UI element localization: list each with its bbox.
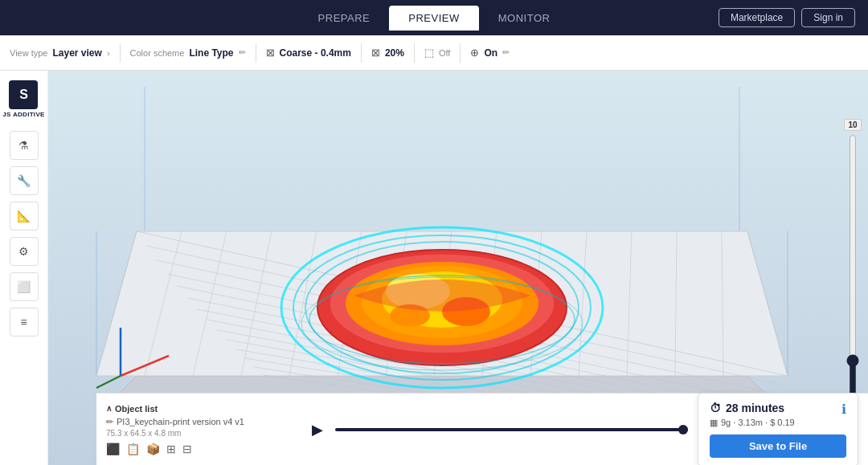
info-details: ▦ 9g · 3.13m · $ 0.19 (710, 418, 795, 428)
top-nav: PREPARE PREVIEW MONITOR Marketplace Sign… (0, 0, 868, 35)
chevron-down-icon: ∧ (106, 404, 112, 413)
svg-marker-6 (96, 231, 788, 376)
svg-line-35 (747, 231, 788, 376)
tab-prepare[interactable]: PREPARE (299, 6, 390, 31)
object-icons: ⬛ 📋 📦 ⊞ ⊟ (106, 443, 297, 455)
obj-icon-cube[interactable]: ⬛ (106, 443, 120, 455)
svg-line-10 (167, 274, 778, 405)
svg-point-45 (442, 297, 490, 326)
fill-percent[interactable]: 20% (385, 47, 404, 59)
progress-thumb (678, 425, 688, 434)
svg-line-31 (579, 231, 587, 376)
fill-icon: ⊠ (371, 47, 380, 59)
object-name: ✏ PI3_keychain-print version v4 v1 (106, 417, 297, 427)
quality-icon: ⊠ (266, 47, 275, 59)
divider-5 (460, 43, 461, 63)
sidebar-tool-4[interactable]: ⚙ (10, 237, 39, 266)
sidebar-tool-6[interactable]: ≡ (10, 308, 39, 337)
progress-bar[interactable] (335, 428, 688, 431)
on-edit-icon[interactable]: ✏ (502, 47, 510, 58)
playback-section: ▶ (306, 418, 688, 441)
info-icon[interactable]: ℹ (841, 402, 846, 417)
logo-symbol: S (19, 88, 28, 102)
color-scheme-value[interactable]: Line Type (189, 47, 233, 59)
play-button[interactable]: ▶ (306, 418, 329, 441)
svg-point-39 (317, 250, 567, 365)
layer-value: 10 (844, 119, 861, 131)
svg-point-36 (281, 227, 603, 388)
divider-2 (256, 43, 256, 63)
layer-slider[interactable] (845, 134, 861, 417)
support-icon: ⬚ (424, 47, 434, 59)
svg-point-44 (386, 274, 450, 309)
svg-line-26 (338, 231, 362, 376)
info-panel: ⏱ 28 minutes ▦ 9g · 3.13m · $ 0.19 ℹ Sav… (698, 393, 858, 466)
svg-line-8 (146, 246, 785, 385)
support-section: ⬚ Off (424, 47, 450, 59)
object-list-label: Object list (115, 404, 158, 414)
svg-line-24 (241, 231, 272, 376)
svg-point-47 (309, 275, 575, 364)
svg-line-25 (289, 231, 317, 376)
view-type-chevron: › (107, 48, 110, 58)
sidebar-tool-2[interactable]: 🔧 (10, 166, 39, 195)
svg-point-38 (305, 242, 579, 373)
sidebar-tool-3[interactable]: 📐 (10, 202, 39, 230)
left-sidebar: S JS ADDITIVE ⚗ 🔧 📐 ⚙ ⬜ ≡ (0, 71, 48, 465)
quality-section: ⊠ Coarse - 0.4mm (266, 47, 351, 59)
svg-line-23 (193, 231, 227, 376)
color-scheme-edit-icon[interactable]: ✏ (239, 47, 246, 58)
obj-icon-copy[interactable]: 📋 (126, 443, 140, 455)
svg-point-42 (362, 266, 522, 338)
divider-4 (414, 43, 415, 63)
view-type-label: View type (10, 48, 48, 58)
on-label: On (484, 47, 497, 59)
svg-line-9 (157, 260, 782, 395)
marketplace-button[interactable]: Marketplace (719, 8, 795, 27)
svg-line-30 (530, 231, 542, 376)
divider-3 (361, 43, 362, 63)
nav-right: Marketplace Sign in (719, 8, 855, 27)
svg-line-21 (96, 231, 137, 376)
view-type-section: View type Layer view › (10, 47, 110, 59)
bottom-bar: ∧ Object list ✏ PI3_keychain-print versi… (96, 393, 868, 465)
layers-icon: ▦ (710, 418, 718, 428)
quality-value[interactable]: Coarse - 0.4mm (280, 47, 351, 59)
svg-line-33 (675, 231, 677, 376)
viewport: 10 ∧ Object list ✏ PI3_keychain-print ve… (48, 71, 868, 465)
clock-icon: ⏱ (710, 402, 721, 414)
toolbar: View type Layer view › Color scheme Line… (0, 35, 868, 71)
svg-line-32 (627, 231, 632, 376)
tab-monitor[interactable]: MONITOR (479, 6, 570, 31)
main-area: S JS ADDITIVE ⚗ 🔧 📐 ⚙ ⬜ ≡ (0, 71, 868, 465)
info-time: ⏱ 28 minutes (710, 402, 795, 414)
svg-line-49 (121, 356, 169, 376)
sidebar-logo: S JS ADDITIVE (2, 80, 44, 118)
details-text: 9g · 3.13m · $ 0.19 (721, 418, 795, 427)
color-scheme-section: Color scheme Line Type ✏ (130, 47, 246, 59)
object-list-section: ∧ Object list ✏ PI3_keychain-print versi… (106, 404, 297, 455)
svg-line-7 (137, 231, 788, 376)
svg-point-41 (346, 262, 538, 345)
sidebar-tool-5[interactable]: ⬜ (10, 272, 39, 301)
sidebar-tool-1[interactable]: ⚗ (10, 131, 39, 160)
fill-section: ⊠ 20% (371, 47, 404, 59)
object-dims: 75.3 x 64.5 x 4.8 mm (106, 429, 297, 438)
svg-line-34 (722, 231, 723, 376)
svg-point-46 (390, 304, 430, 327)
obj-icon-stack[interactable]: 📦 (146, 443, 160, 455)
tab-preview[interactable]: PREVIEW (389, 6, 478, 31)
pencil-icon: ✏ (106, 417, 113, 427)
svg-line-51 (96, 376, 121, 388)
obj-icon-split[interactable]: ⊟ (182, 443, 192, 455)
obj-icon-merge[interactable]: ⊞ (166, 443, 176, 455)
svg-line-29 (482, 231, 497, 376)
logo-box: S (9, 80, 38, 109)
color-scheme-label: Color scheme (130, 48, 185, 58)
adhesion-icon: ⊕ (470, 47, 479, 59)
save-to-file-button[interactable]: Save to File (710, 434, 846, 458)
view-type-value[interactable]: Layer view (53, 47, 102, 59)
signin-button[interactable]: Sign in (801, 8, 855, 27)
svg-point-40 (330, 254, 555, 353)
svg-line-28 (434, 231, 452, 376)
